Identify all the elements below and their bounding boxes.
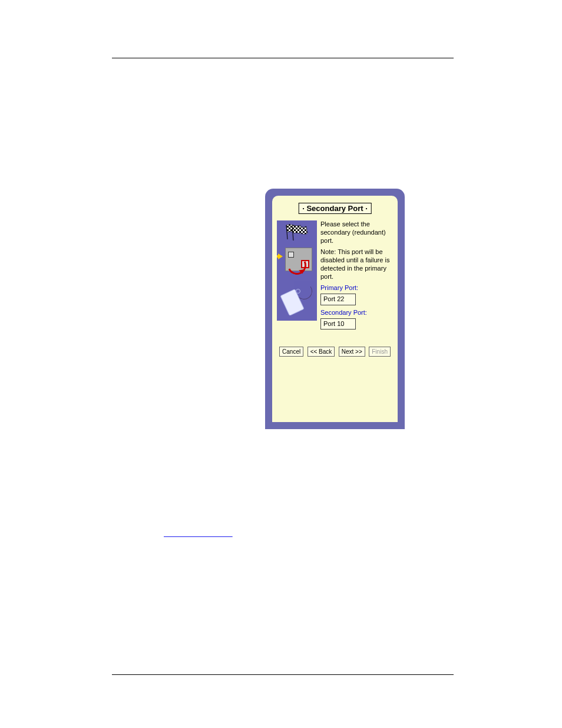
- finish-button: Finish: [369, 347, 391, 357]
- dialog-frame: ⎕ · Secondary Port ·: [265, 189, 405, 429]
- dialog-note: Note: This port will be disabled until a…: [320, 248, 393, 281]
- dialog-description: Please select the secondary (redundant) …: [320, 220, 393, 245]
- cancel-button[interactable]: Cancel: [279, 347, 303, 357]
- secondary-port-label: Secondary Port:: [320, 309, 393, 317]
- secondary-port-value[interactable]: Port 10: [320, 318, 356, 330]
- header-divider: [112, 58, 454, 58]
- back-button[interactable]: << Back: [308, 347, 335, 357]
- page-body-link[interactable]: [164, 529, 233, 538]
- dialog-content: Please select the secondary (redundant) …: [320, 220, 393, 330]
- checkered-flag-icon: [285, 224, 309, 241]
- footer-divider: [112, 674, 454, 675]
- secondary-port-wizard-dialog: ⎕ · Secondary Port ·: [265, 189, 405, 429]
- next-button[interactable]: Next >>: [339, 347, 365, 357]
- wizard-button-row: Cancel << Back Next >> Finish: [272, 345, 398, 357]
- wizard-illustration: [277, 220, 317, 321]
- yellow-right-arrow-icon: [278, 253, 283, 259]
- label-tag-icon: [282, 285, 304, 315]
- dialog-body: Please select the secondary (redundant) …: [277, 220, 393, 330]
- dialog-panel: · Secondary Port ·: [272, 196, 398, 422]
- dialog-title: · Secondary Port ·: [298, 203, 372, 214]
- page: ⎕ · Secondary Port ·: [0, 0, 562, 728]
- primary-port-label: Primary Port:: [320, 284, 393, 292]
- primary-port-value[interactable]: Port 22: [320, 294, 356, 305]
